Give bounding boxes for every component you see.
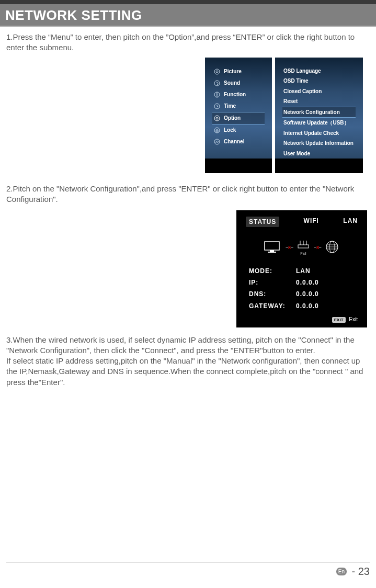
svg-rect-10 xyxy=(265,242,279,250)
menu-item-label: Channel xyxy=(224,138,244,145)
fail-label: Fail xyxy=(296,251,311,256)
menu-bottom-bar xyxy=(205,159,272,173)
router-block: Fail xyxy=(296,239,311,256)
status-key: MODE: xyxy=(249,267,296,275)
submenu-item[interactable]: User Mode xyxy=(282,149,356,159)
connection-diagram: --x-- Fail --x-- xyxy=(243,239,361,256)
status-row-mode: MODE:LAN xyxy=(243,265,361,277)
status-row-ip: IP:0.0.0.0 xyxy=(243,277,361,288)
time-icon xyxy=(213,103,221,110)
status-value: 0.0.0.0 xyxy=(296,302,319,310)
svg-point-6 xyxy=(216,117,218,119)
footer-sep: - xyxy=(352,566,356,577)
submenu-item[interactable]: Network Update Information xyxy=(282,138,356,149)
router-icon xyxy=(296,239,311,249)
svg-rect-11 xyxy=(270,250,274,252)
svg-point-0 xyxy=(214,69,220,74)
step-1-text: 1.Press the “Menu” to enter, then pitch … xyxy=(6,32,370,53)
svg-rect-12 xyxy=(268,252,276,253)
exit-row: EXIT Exit xyxy=(243,312,361,323)
exit-label: Exit xyxy=(349,316,358,322)
menu-item-label: Picture xyxy=(224,68,242,75)
menu-item-label: Option xyxy=(224,115,241,122)
step-3-text: 3.When the wired network is used, if sel… xyxy=(6,335,370,388)
menu-item-option[interactable]: Option xyxy=(212,112,265,125)
status-row-gateway: GATEWAY:0.0.0.0 xyxy=(243,300,361,312)
menu-item-label: Lock xyxy=(224,127,236,134)
x-connection-2: --x-- xyxy=(314,244,321,251)
page-footer: En - 23 xyxy=(6,562,370,578)
tab-lan[interactable]: LAN xyxy=(343,217,358,227)
tab-wifi[interactable]: WIFI xyxy=(304,217,319,227)
menu-item-function[interactable]: Function xyxy=(212,89,265,100)
submenu-item[interactable]: OSD Time xyxy=(282,76,356,86)
submenu-item[interactable]: OSD Language xyxy=(282,66,356,76)
osd-menu-right: OSD Language OSD Time Closed Caption Res… xyxy=(275,58,363,174)
svg-rect-13 xyxy=(298,245,309,248)
status-key: DNS: xyxy=(249,290,296,298)
submenu-item[interactable]: Internet Update Check xyxy=(282,128,356,139)
tab-status[interactable]: STATUS xyxy=(246,217,279,227)
status-tabs: STATUS WIFI LAN xyxy=(243,217,361,227)
submenu-item-label: Closed Caption xyxy=(283,88,322,94)
osd-menu-left: Picture Sound Function Time Option Lock xyxy=(205,58,272,174)
picture-icon xyxy=(213,68,221,75)
network-status-screenshot: STATUS WIFI LAN --x-- Fail --x-- MODE:LA… xyxy=(236,210,367,327)
menu-item-picture[interactable]: Picture xyxy=(212,66,265,77)
submenu-item[interactable]: Closed Caption xyxy=(282,86,356,97)
submenu-item-label: Software Upadate（USB） xyxy=(283,120,349,126)
menu-item-channel[interactable]: Channel xyxy=(212,136,265,148)
svg-rect-8 xyxy=(216,130,218,132)
submenu-item-label: Internet Update Check xyxy=(283,130,339,136)
globe-icon xyxy=(324,240,340,254)
submenu-item[interactable]: Reset xyxy=(282,96,356,107)
top-dark-bar xyxy=(0,0,376,4)
menu-item-sound[interactable]: Sound xyxy=(212,77,265,89)
x-connection-1: --x-- xyxy=(286,244,293,251)
svg-point-5 xyxy=(214,116,220,121)
page-number: 23 xyxy=(358,566,370,577)
status-value: 0.0.0.0 xyxy=(296,278,319,287)
lock-icon xyxy=(213,127,221,134)
step-2-text: 2.Pitch on the "Network Configuration",a… xyxy=(6,184,370,205)
submenu-item[interactable]: Software Upadate（USB） xyxy=(282,118,356,128)
status-key: GATEWAY: xyxy=(249,302,296,310)
menu-item-label: Time xyxy=(224,103,236,110)
submenu-item-label: User Mode xyxy=(283,151,310,156)
channel-icon xyxy=(213,138,221,145)
submenu-item-label: OSD Language xyxy=(283,68,321,74)
sound-icon xyxy=(213,80,221,87)
status-value: LAN xyxy=(296,267,311,275)
page-title: NETWORK SETTING xyxy=(0,4,376,26)
language-badge: En xyxy=(336,568,347,575)
menu-item-lock[interactable]: Lock xyxy=(212,125,265,136)
submenu-item-label: OSD Time xyxy=(283,78,309,84)
menu-bottom-bar xyxy=(275,159,363,173)
svg-point-1 xyxy=(216,71,218,73)
submenu-item-label: Network Update Information xyxy=(283,140,354,146)
submenu-item-label: Reset xyxy=(283,98,298,104)
menu-item-label: Function xyxy=(224,91,246,98)
osd-menu-screenshot: Picture Sound Function Time Option Lock xyxy=(205,58,370,174)
option-icon xyxy=(213,115,221,122)
menu-item-time[interactable]: Time xyxy=(212,100,265,112)
submenu-item-network-config[interactable]: Network Configuration xyxy=(282,107,356,118)
menu-item-label: Sound xyxy=(224,80,240,87)
exit-button[interactable]: EXIT xyxy=(332,317,346,323)
function-icon xyxy=(213,91,221,98)
tv-icon xyxy=(264,240,282,254)
status-row-dns: DNS:0.0.0.0 xyxy=(243,288,361,300)
status-value: 0.0.0.0 xyxy=(296,290,319,298)
submenu-item-label: Network Configuration xyxy=(283,109,340,115)
status-key: IP: xyxy=(249,278,296,287)
